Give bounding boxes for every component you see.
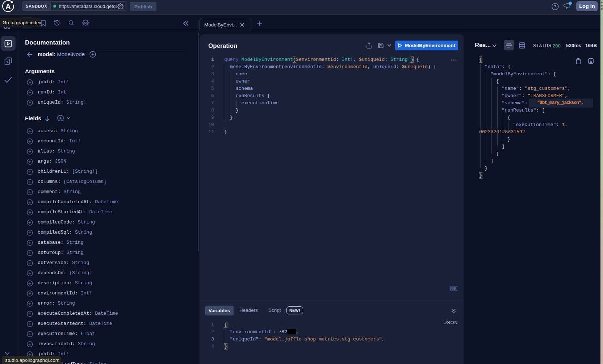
svg-text:?: ?	[554, 4, 556, 9]
svg-text:A: A	[5, 3, 11, 11]
